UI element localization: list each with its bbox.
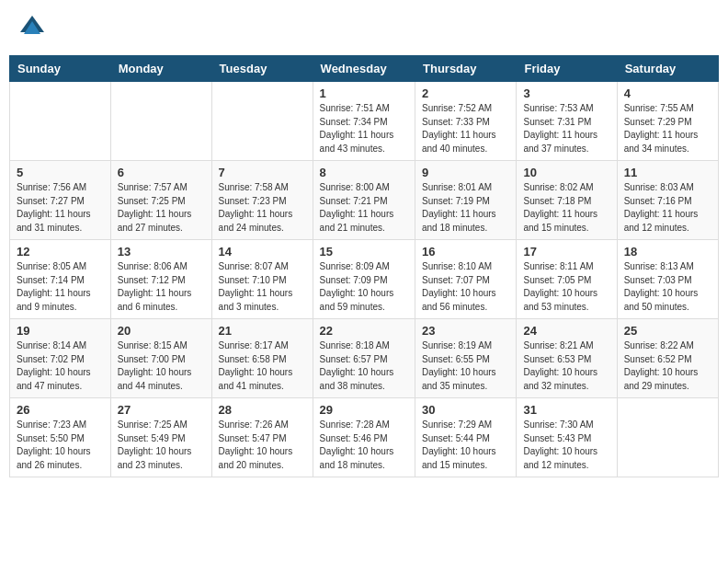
day-of-week-header: Sunday — [10, 56, 111, 82]
day-info: Sunrise: 8:14 AM Sunset: 7:02 PM Dayligh… — [17, 339, 104, 393]
day-number: 11 — [624, 166, 711, 179]
calendar-cell: 10Sunrise: 8:02 AM Sunset: 7:18 PM Dayli… — [517, 161, 617, 240]
day-info: Sunrise: 7:30 AM Sunset: 5:43 PM Dayligh… — [523, 419, 609, 472]
day-number: 26 — [17, 403, 104, 417]
day-number: 4 — [624, 86, 711, 100]
calendar-cell: 26Sunrise: 7:23 AM Sunset: 5:50 PM Dayli… — [10, 398, 111, 477]
day-info: Sunrise: 8:22 AM Sunset: 6:52 PM Dayligh… — [624, 339, 711, 393]
day-number: 3 — [523, 86, 609, 100]
day-number: 27 — [118, 403, 205, 417]
calendar-cell: 16Sunrise: 8:10 AM Sunset: 7:07 PM Dayli… — [415, 240, 517, 319]
day-of-week-header: Tuesday — [211, 56, 313, 82]
calendar-cell: 23Sunrise: 8:19 AM Sunset: 6:55 PM Dayli… — [415, 319, 517, 398]
day-info: Sunrise: 8:06 AM Sunset: 7:12 PM Dayligh… — [118, 260, 205, 314]
day-info: Sunrise: 8:07 AM Sunset: 7:10 PM Dayligh… — [219, 260, 306, 314]
day-info: Sunrise: 8:13 AM Sunset: 7:03 PM Dayligh… — [624, 260, 711, 314]
day-number: 17 — [523, 245, 609, 259]
day-info: Sunrise: 7:25 AM Sunset: 5:49 PM Dayligh… — [118, 419, 205, 472]
calendar-cell: 13Sunrise: 8:06 AM Sunset: 7:12 PM Dayli… — [110, 240, 211, 319]
calendar-cell: 30Sunrise: 7:29 AM Sunset: 5:44 PM Dayli… — [415, 398, 517, 477]
calendar-week-row: 12Sunrise: 8:05 AM Sunset: 7:14 PM Dayli… — [10, 240, 719, 319]
calendar-cell: 21Sunrise: 8:17 AM Sunset: 6:58 PM Dayli… — [211, 319, 313, 398]
day-number: 10 — [523, 166, 609, 179]
day-info: Sunrise: 7:29 AM Sunset: 5:44 PM Dayligh… — [422, 419, 509, 472]
page-header — [9, 9, 719, 46]
calendar-cell: 31Sunrise: 7:30 AM Sunset: 5:43 PM Dayli… — [517, 398, 617, 477]
day-number: 24 — [523, 324, 609, 338]
day-number: 16 — [422, 245, 509, 259]
calendar-cell: 6Sunrise: 7:57 AM Sunset: 7:25 PM Daylig… — [110, 161, 211, 240]
day-info: Sunrise: 8:10 AM Sunset: 7:07 PM Dayligh… — [422, 260, 509, 314]
day-number: 21 — [219, 324, 306, 338]
day-number: 22 — [320, 324, 408, 338]
day-number: 8 — [320, 166, 408, 179]
calendar-week-row: 5Sunrise: 7:56 AM Sunset: 7:27 PM Daylig… — [10, 161, 719, 240]
day-number: 2 — [422, 86, 509, 100]
day-number: 12 — [17, 245, 104, 259]
day-info: Sunrise: 8:02 AM Sunset: 7:18 PM Dayligh… — [523, 181, 609, 235]
day-number: 13 — [118, 245, 205, 259]
day-info: Sunrise: 7:57 AM Sunset: 7:25 PM Dayligh… — [118, 181, 205, 235]
calendar-cell: 28Sunrise: 7:26 AM Sunset: 5:47 PM Dayli… — [211, 398, 313, 477]
day-number: 6 — [118, 166, 205, 179]
day-number: 29 — [320, 403, 408, 417]
calendar-cell: 18Sunrise: 8:13 AM Sunset: 7:03 PM Dayli… — [617, 240, 718, 319]
day-info: Sunrise: 7:53 AM Sunset: 7:31 PM Dayligh… — [523, 102, 609, 155]
day-of-week-header: Saturday — [617, 56, 718, 82]
calendar-cell — [617, 398, 718, 477]
day-info: Sunrise: 8:00 AM Sunset: 7:21 PM Dayligh… — [320, 181, 408, 235]
calendar-cell: 20Sunrise: 8:15 AM Sunset: 7:00 PM Dayli… — [110, 319, 211, 398]
day-number: 28 — [219, 403, 306, 417]
day-info: Sunrise: 7:23 AM Sunset: 5:50 PM Dayligh… — [17, 419, 104, 472]
day-number: 19 — [17, 324, 104, 338]
calendar-header-row: SundayMondayTuesdayWednesdayThursdayFrid… — [10, 56, 719, 82]
day-info: Sunrise: 7:28 AM Sunset: 5:46 PM Dayligh… — [320, 419, 408, 472]
day-info: Sunrise: 8:09 AM Sunset: 7:09 PM Dayligh… — [320, 260, 408, 314]
day-info: Sunrise: 8:15 AM Sunset: 7:00 PM Dayligh… — [118, 339, 205, 393]
day-info: Sunrise: 8:11 AM Sunset: 7:05 PM Dayligh… — [523, 260, 609, 314]
day-info: Sunrise: 7:56 AM Sunset: 7:27 PM Dayligh… — [17, 181, 104, 235]
day-info: Sunrise: 8:19 AM Sunset: 6:55 PM Dayligh… — [422, 339, 509, 393]
calendar-cell: 19Sunrise: 8:14 AM Sunset: 7:02 PM Dayli… — [10, 319, 111, 398]
day-info: Sunrise: 7:26 AM Sunset: 5:47 PM Dayligh… — [219, 419, 306, 472]
logo — [18, 14, 50, 41]
day-of-week-header: Monday — [110, 56, 211, 82]
day-info: Sunrise: 7:52 AM Sunset: 7:33 PM Dayligh… — [422, 102, 509, 155]
calendar-cell: 14Sunrise: 8:07 AM Sunset: 7:10 PM Dayli… — [211, 240, 313, 319]
day-number: 30 — [422, 403, 509, 417]
calendar-cell: 3Sunrise: 7:53 AM Sunset: 7:31 PM Daylig… — [517, 82, 617, 161]
calendar-week-row: 26Sunrise: 7:23 AM Sunset: 5:50 PM Dayli… — [10, 398, 719, 477]
day-number: 14 — [219, 245, 306, 259]
day-info: Sunrise: 7:58 AM Sunset: 7:23 PM Dayligh… — [219, 181, 306, 235]
day-info: Sunrise: 8:05 AM Sunset: 7:14 PM Dayligh… — [17, 260, 104, 314]
calendar-week-row: 19Sunrise: 8:14 AM Sunset: 7:02 PM Dayli… — [10, 319, 719, 398]
day-of-week-header: Thursday — [415, 56, 517, 82]
calendar-cell: 25Sunrise: 8:22 AM Sunset: 6:52 PM Dayli… — [617, 319, 718, 398]
calendar-week-row: 1Sunrise: 7:51 AM Sunset: 7:34 PM Daylig… — [10, 82, 719, 161]
calendar-cell: 24Sunrise: 8:21 AM Sunset: 6:53 PM Dayli… — [517, 319, 617, 398]
calendar-cell: 29Sunrise: 7:28 AM Sunset: 5:46 PM Dayli… — [313, 398, 415, 477]
day-number: 5 — [17, 166, 104, 179]
day-info: Sunrise: 8:01 AM Sunset: 7:19 PM Dayligh… — [422, 181, 509, 235]
day-info: Sunrise: 8:17 AM Sunset: 6:58 PM Dayligh… — [219, 339, 306, 393]
day-info: Sunrise: 8:18 AM Sunset: 6:57 PM Dayligh… — [320, 339, 408, 393]
day-number: 25 — [624, 324, 711, 338]
day-number: 15 — [320, 245, 408, 259]
calendar-cell — [211, 82, 313, 161]
calendar-cell: 15Sunrise: 8:09 AM Sunset: 7:09 PM Dayli… — [313, 240, 415, 319]
day-info: Sunrise: 7:55 AM Sunset: 7:29 PM Dayligh… — [624, 102, 711, 155]
day-number: 9 — [422, 166, 509, 179]
day-number: 7 — [219, 166, 306, 179]
day-number: 20 — [118, 324, 205, 338]
calendar-cell: 5Sunrise: 7:56 AM Sunset: 7:27 PM Daylig… — [10, 161, 111, 240]
day-info: Sunrise: 7:51 AM Sunset: 7:34 PM Dayligh… — [320, 102, 408, 155]
calendar-cell: 22Sunrise: 8:18 AM Sunset: 6:57 PM Dayli… — [313, 319, 415, 398]
day-info: Sunrise: 8:21 AM Sunset: 6:53 PM Dayligh… — [523, 339, 609, 393]
calendar-cell: 2Sunrise: 7:52 AM Sunset: 7:33 PM Daylig… — [415, 82, 517, 161]
calendar-cell: 4Sunrise: 7:55 AM Sunset: 7:29 PM Daylig… — [617, 82, 718, 161]
day-number: 31 — [523, 403, 609, 417]
day-number: 18 — [624, 245, 711, 259]
day-number: 23 — [422, 324, 509, 338]
calendar-cell: 9Sunrise: 8:01 AM Sunset: 7:19 PM Daylig… — [415, 161, 517, 240]
calendar-cell: 12Sunrise: 8:05 AM Sunset: 7:14 PM Dayli… — [10, 240, 111, 319]
